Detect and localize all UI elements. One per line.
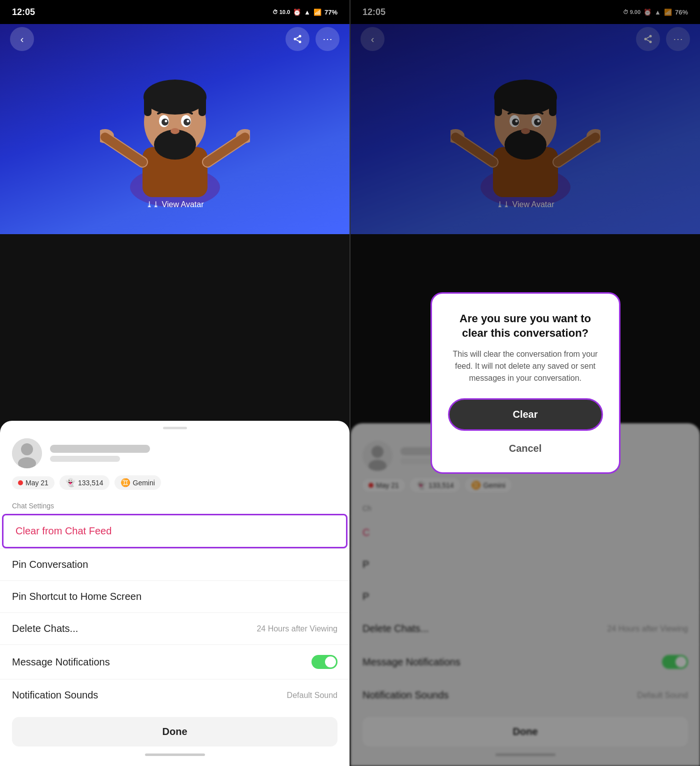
tag-zodiac-left: ♊ Gemini — [114, 475, 161, 490]
header-actions-left: ⋯ — [286, 27, 340, 51]
avatar-area-left: ‹ ⋯ — [0, 24, 350, 234]
svg-point-16 — [162, 119, 168, 126]
menu-item-delete-chats[interactable]: Delete Chats... 24 Hours after Viewing — [0, 612, 350, 644]
svg-rect-11 — [144, 96, 152, 116]
profile-name-blur-left — [50, 445, 150, 453]
signal-icon: 📶 — [314, 9, 322, 16]
modal-title: Are you sure you want to clear this conv… — [448, 312, 603, 340]
svg-line-3 — [296, 40, 299, 41]
svg-point-1 — [294, 38, 296, 41]
alarm-icon: ⏰ — [293, 9, 301, 16]
sheet-handle-left — [163, 427, 187, 429]
menu-item-message-notif[interactable]: Message Notifications — [0, 644, 350, 679]
svg-point-2 — [299, 41, 302, 43]
svg-rect-12 — [198, 96, 206, 116]
network-speed-left: ⏱ 10.0 — [272, 9, 290, 15]
more-button-left[interactable]: ⋯ — [316, 27, 340, 51]
tags-row-left: May 21 👻 133,514 ♊ Gemini — [0, 475, 350, 497]
view-avatar-label-left[interactable]: ⤓⤓ View Avatar — [146, 200, 204, 209]
avatar-figure-left: ⤓⤓ View Avatar — [100, 47, 250, 219]
avatar-header-left: ‹ ⋯ — [0, 24, 350, 54]
modal-overlay: Are you sure you want to clear this conv… — [350, 0, 700, 766]
svg-point-19 — [186, 120, 189, 123]
done-button-left[interactable]: Done — [12, 717, 338, 746]
profile-info-left — [50, 445, 338, 462]
share-button-left[interactable] — [286, 27, 310, 51]
phone-left: 12:05 ⏱ 10.0 ⏰ ▲ 📶 77% ‹ ⋯ — [0, 0, 350, 766]
modal-clear-button[interactable]: Clear — [448, 398, 603, 431]
menu-item-clear-feed[interactable]: Clear from Chat Feed — [2, 514, 348, 548]
modal-box: Are you sure you want to clear this conv… — [430, 292, 620, 474]
svg-point-20 — [170, 128, 180, 134]
profile-avatar-left — [12, 438, 42, 468]
menu-item-notif-sounds[interactable]: Notification Sounds Default Sound — [0, 679, 350, 711]
tag-score-left: 👻 133,514 — [60, 475, 110, 490]
modal-cancel-button[interactable]: Cancel — [448, 439, 603, 458]
battery-left: 77% — [324, 9, 338, 16]
section-header-left: Chat Settings — [0, 497, 350, 514]
svg-point-0 — [299, 35, 302, 38]
menu-item-pin-conversation[interactable]: Pin Conversation — [0, 548, 350, 580]
message-notif-toggle-left[interactable] — [312, 655, 338, 669]
bottom-sheet-left: May 21 👻 133,514 ♊ Gemini Chat Settings … — [0, 421, 350, 766]
svg-point-10 — [144, 80, 206, 115]
status-icons-left: ⏱ 10.0 ⏰ ▲ 📶 77% — [272, 9, 338, 16]
wifi-icon: ▲ — [304, 9, 310, 16]
time-left: 12:05 — [12, 7, 35, 18]
back-button-left[interactable]: ‹ — [10, 27, 34, 51]
status-bar-left: 12:05 ⏱ 10.0 ⏰ ▲ 📶 77% — [0, 0, 350, 24]
profile-row-left — [0, 433, 350, 475]
date-dot-left — [18, 480, 23, 485]
profile-sub-blur-left — [50, 456, 120, 462]
svg-point-17 — [184, 119, 190, 126]
tag-date-left: May 21 — [12, 476, 54, 489]
svg-line-4 — [296, 37, 299, 38]
svg-point-18 — [164, 120, 167, 123]
phone-right: 12:05 ⏱ 9.00 ⏰ ▲ 📶 76% ‹ ⋯ — [350, 0, 700, 766]
home-indicator-left — [145, 753, 205, 756]
svg-point-24 — [21, 443, 33, 455]
menu-item-pin-shortcut[interactable]: Pin Shortcut to Home Screen — [0, 580, 350, 612]
avatar-illustration-left — [100, 47, 250, 217]
modal-body: This will clear the conversation from yo… — [448, 348, 603, 384]
